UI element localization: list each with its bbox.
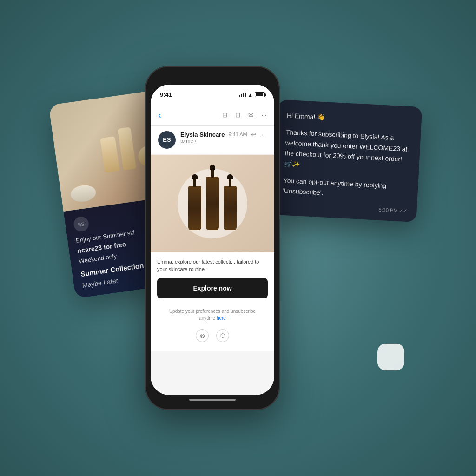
sender-name: Elysia Skincare	[180, 131, 225, 138]
explore-now-button[interactable]: Explore now	[157, 278, 268, 298]
footer-link[interactable]: here	[217, 316, 226, 321]
toolbar-action-icons: ⊟ ⊡ ✉ ···	[222, 111, 267, 119]
sms-message-card: Hi Emma! 👋 Thanks for subscribing to Ely…	[272, 99, 423, 222]
sender-time: 9:41 AM	[228, 132, 247, 137]
deco-square-bottomright	[377, 344, 404, 370]
delete-icon[interactable]: ⊡	[235, 111, 241, 119]
stone-decoration	[69, 184, 97, 203]
serum-bottle-2	[206, 177, 219, 230]
sender-info-left: ES Elysia Skincare 9:41 AM to me ›	[158, 131, 247, 149]
reply-icon[interactable]: ↩	[251, 131, 256, 138]
instagram-icon[interactable]: ⬡	[216, 329, 229, 342]
sms-timestamp: 8:10 PM ✓✓	[282, 202, 408, 214]
whatsapp-icon[interactable]: ◎	[196, 329, 209, 342]
status-bar: 9:41 ▲	[151, 85, 274, 105]
email-more-icon[interactable]: ···	[262, 131, 267, 138]
serum-bottle-1	[188, 186, 201, 230]
phone-notch	[189, 72, 236, 85]
sms-text-content: Hi Emma! 👋 Thanks for subscribing to Ely…	[283, 110, 412, 203]
skincare-card-logo: ES	[73, 216, 90, 232]
more-icon[interactable]: ···	[261, 111, 267, 119]
main-scene: ES Enjoy our Summer ski ncare23 for free…	[52, 57, 424, 419]
email-footer: Update your preferences and unsubscribe …	[157, 304, 268, 325]
status-icons: ▲	[239, 92, 265, 98]
battery-fill	[256, 93, 263, 96]
status-time: 9:41	[160, 91, 172, 98]
battery-icon	[255, 92, 265, 97]
sms-paragraph1: Thanks for subscribing to Elysia! As a w…	[284, 127, 411, 175]
mail-icon[interactable]: ✉	[248, 111, 254, 119]
signal-icon	[239, 93, 246, 97]
sender-details: Elysia Skincare 9:41 AM to me ›	[180, 131, 247, 144]
serum-bottle-3	[224, 186, 237, 230]
phone-device: 9:41 ▲ ‹ ⊟	[145, 66, 280, 410]
bottle-pump	[100, 136, 119, 173]
sender-avatar: ES	[158, 131, 176, 149]
sms-greeting: Hi Emma! 👋	[286, 110, 412, 127]
home-indicator	[189, 399, 236, 401]
product-banner	[151, 155, 274, 252]
email-body-text: Emma, explore our latest collecti... tai…	[157, 258, 268, 273]
sms-paragraph2: You can opt-out anytime by replying 'Uns…	[283, 175, 409, 203]
sender-to: to me ›	[180, 138, 247, 144]
wifi-icon: ▲	[248, 92, 253, 98]
footer-text: Update your preferences and unsubscribe …	[169, 309, 256, 321]
email-toolbar: ‹ ⊟ ⊡ ✉ ···	[151, 105, 274, 126]
email-body: Emma, explore our latest collecti... tai…	[151, 252, 274, 351]
back-button[interactable]: ‹	[158, 110, 161, 120]
sender-action-icons: ↩ ···	[251, 131, 267, 138]
email-social-icons: ◎ ⬡	[157, 329, 268, 346]
phone-screen: 9:41 ▲ ‹ ⊟	[151, 85, 274, 395]
archive-icon[interactable]: ⊟	[222, 111, 228, 119]
bottle-tall	[117, 127, 136, 170]
email-sender-row: ES Elysia Skincare 9:41 AM to me › ↩ ···	[151, 126, 274, 155]
serum-bottles	[188, 177, 237, 230]
